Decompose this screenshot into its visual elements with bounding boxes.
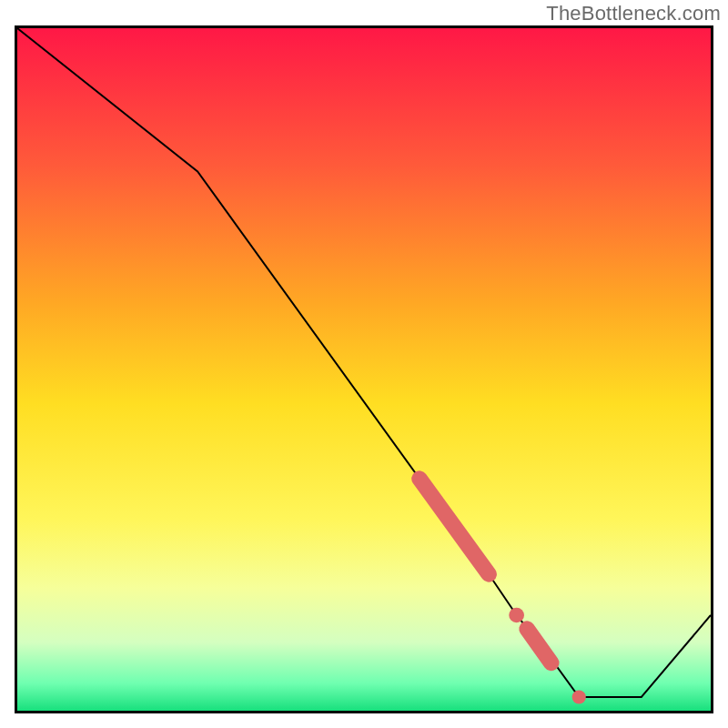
chart-svg xyxy=(17,28,711,711)
chart-frame: TheBottleneck.com xyxy=(0,0,728,728)
gradient-background xyxy=(17,28,711,711)
marker-dot xyxy=(572,691,586,704)
plot-area xyxy=(15,25,713,713)
marker-dot xyxy=(509,608,524,623)
watermark-text: TheBottleneck.com xyxy=(546,2,721,25)
